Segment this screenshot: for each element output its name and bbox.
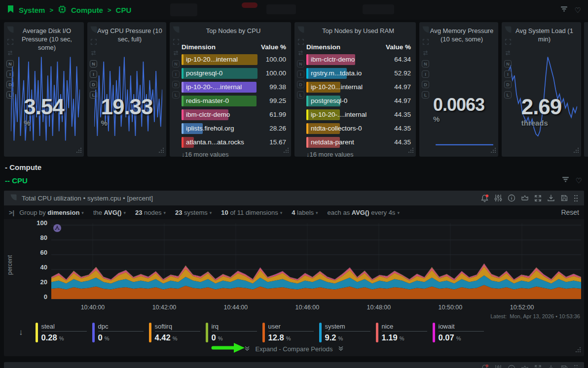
table-row[interactable]: postgresql-044.97 [306,96,411,106]
card-resize-handle[interactable] [75,146,82,155]
top-nodes-card[interactable]: NIDLTop Nodes by CPUDimensionValue %ip-1… [170,22,291,157]
badge-n[interactable]: N [422,60,429,67]
compare-icon[interactable] [7,49,13,57]
badge-i[interactable]: I [172,70,180,78]
expand-compare-periods-button[interactable]: Expand - Compare Periods [4,345,584,356]
metric-card[interactable]: NIDLAvg Memory Pressure (10 sec, some)0.… [419,22,498,157]
badge-l[interactable]: L [172,91,180,99]
favorite-heart-icon[interactable]: ♡ [575,6,581,14]
control-dropdown-6[interactable]: each as AVG() every 4s▾ [328,209,400,216]
expand-icon[interactable] [173,38,179,46]
stacked-area-chart[interactable] [51,223,581,303]
legend-item-iowait[interactable]: iowait0.07% [433,323,485,342]
table-row[interactable]: ibm-clctr-demo61.99 [182,109,286,120]
badge-l[interactable]: L [6,91,14,99]
compare-icon[interactable] [505,49,511,57]
save-image-icon[interactable] [560,194,568,202]
compare-icon[interactable] [297,49,304,57]
table-row[interactable]: atlanta.n...ata.rocks15.67 [182,137,286,148]
table-row[interactable]: ip-10-20-....internal99.38 [182,82,286,93]
legend-item-user[interactable]: user12.8% [262,323,315,342]
metric-card[interactable]: NIDLAvg System Load (1 min)2.69threads [502,22,581,157]
badge-n[interactable]: N [297,60,304,67]
badge-d[interactable]: D [297,81,304,88]
table-row[interactable]: redis-master-099.25 [182,96,286,106]
anomaly-rate-icon[interactable] [53,224,61,234]
badge-n[interactable]: N [90,60,97,67]
card-resize-handle[interactable] [573,146,579,155]
badge-l[interactable]: L [90,91,97,99]
compare-icon[interactable] [422,49,429,57]
breadcrumb-item-system[interactable]: System [19,6,45,14]
badge-i[interactable]: I [6,70,14,78]
control-dropdown-1[interactable]: the AVG()▾ [93,209,126,216]
badge-n[interactable]: N [504,60,512,67]
table-row[interactable]: ip-10-20...internal100.00 [182,54,286,65]
fullscreen-icon[interactable] [534,195,542,202]
table-row[interactable]: ibm-clctr-demo64.34 [306,54,411,65]
legend-item-nice[interactable]: nice1.19% [376,323,429,342]
filter-icon[interactable] [562,176,569,185]
favorite-heart-icon[interactable]: ♡ [576,177,582,184]
compare-icon[interactable] [90,49,97,57]
badge-n[interactable]: N [6,60,14,67]
control-dropdown-0[interactable]: Group by dimension▾ [19,209,84,216]
expand-icon[interactable] [505,38,511,46]
expand-icon[interactable] [91,38,97,46]
info-icon[interactable]: i [508,194,515,202]
filter-icon[interactable] [560,5,568,14]
card-resize-handle[interactable] [490,146,496,155]
expand-icon[interactable] [298,38,304,46]
compare-icon[interactable] [173,49,179,57]
table-row[interactable]: postgresql-0100.00 [182,68,286,79]
breadcrumb-item-compute[interactable]: Compute [71,6,103,14]
card-resize-handle[interactable] [158,146,164,155]
badge-d[interactable]: D [6,81,14,88]
legend-item-dpc[interactable]: dpc0% [92,323,145,342]
download-icon[interactable] [547,194,555,202]
control-dropdown-3[interactable]: 23 systems▾ [175,209,212,216]
breadcrumb-item-cpu[interactable]: CPU [116,6,132,14]
reset-button[interactable]: Reset [561,208,579,216]
badge-i[interactable]: I [297,70,304,78]
badge-d[interactable]: D [422,81,429,88]
table-row[interactable]: ntdta-collectors-044.35 [306,123,411,134]
chart-type-icon[interactable] [521,194,529,202]
chart-settings-icon[interactable] [494,194,502,202]
control-dropdown-4[interactable]: 10 of 11 dimensions▾ [221,209,282,216]
control-dropdown-5[interactable]: 4 labels▾ [292,209,318,216]
badge-d[interactable]: D [90,81,97,88]
badge-l[interactable]: L [297,91,304,99]
alerts-bell-icon[interactable] [480,194,489,202]
legend-item-steal[interactable]: steal0.28% [36,323,88,342]
metric-card[interactable]: NIDLAverage Disk I/O Pressure (10 sec, s… [4,22,84,157]
badge-l[interactable]: L [422,91,429,99]
subsection-heading-cpu[interactable]: -- CPU [5,176,28,185]
legend-item-softirq[interactable]: softirq4.42% [149,323,202,342]
badge-d[interactable]: D [504,81,512,88]
top-nodes-card[interactable]: NIDLTop Nodes by Used RAMDimensionValue … [294,22,416,157]
badge-i[interactable]: I [504,70,512,78]
more-values-link[interactable]: ↓16 more values [182,151,291,157]
table-row[interactable]: ip-10-20-....internal44.35 [306,109,411,120]
legend-sort-arrow-icon[interactable]: ↓ [19,328,29,337]
collapse-controls-icon[interactable]: >| [9,209,14,216]
table-row[interactable]: rgstry.m...tdata.io52.92 [306,68,411,79]
table-row[interactable]: iplists.firehol.org28.26 [182,123,286,134]
table-row[interactable]: ip-10-20...internal44.97 [306,82,411,93]
badge-l[interactable]: L [504,91,512,99]
badge-d[interactable]: D [172,81,180,88]
legend-item-irq[interactable]: irq0% [206,323,258,342]
badge-n[interactable]: N [172,60,180,67]
control-dropdown-2[interactable]: 23 nodes▾ [135,209,166,216]
panel-resize-handle[interactable] [575,346,581,354]
badge-i[interactable]: I [90,70,97,78]
table-row[interactable]: netdata-parent44.35 [306,137,411,148]
expand-icon[interactable] [7,38,13,46]
section-heading-compute[interactable]: - Compute [5,163,588,171]
drag-handle-icon[interactable] [574,195,578,202]
badge-i[interactable]: I [422,70,429,78]
expand-icon[interactable] [423,38,429,46]
metric-card[interactable]: NIDLAvg CPU Pressure (10 sec, full)19.33… [87,22,166,157]
legend-item-system[interactable]: system9.2% [319,323,372,342]
